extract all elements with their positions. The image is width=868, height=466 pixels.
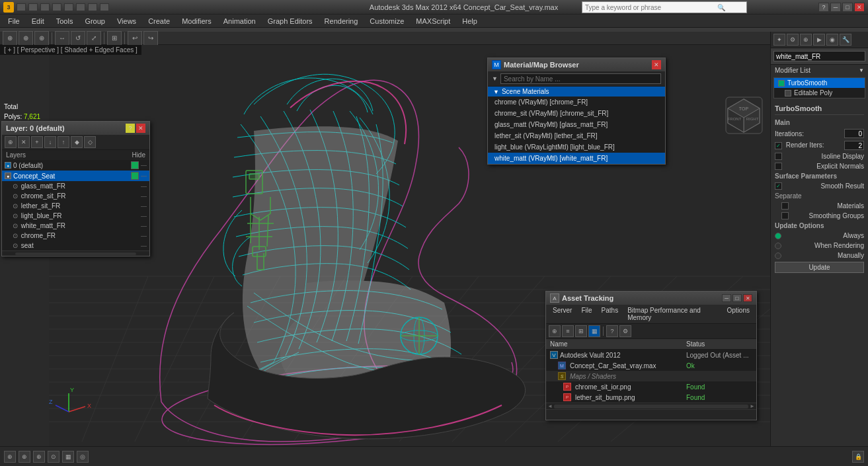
- modifier-turbosmooth[interactable]: TurboSmooth: [774, 78, 865, 88]
- layer-item-glass[interactable]: ⊙ glass_matt_FR —: [2, 181, 149, 191]
- layer-item-seat[interactable]: ⊙ seat —: [2, 241, 149, 251]
- layer-item-chrome-fr[interactable]: ⊙ chrome_FR —: [2, 231, 149, 241]
- title-btn-7[interactable]: [88, 3, 97, 11]
- mat-item-chrome-sit[interactable]: chrome_sit (VRayMtl) [chrome_sit_FR]: [488, 108, 665, 119]
- title-btn-8[interactable]: [100, 3, 109, 11]
- mat-item-glass-matt[interactable]: glass_matt (VRayMtl) [glass_matt_FR]: [488, 119, 665, 130]
- maximize-button[interactable]: □: [842, 3, 853, 12]
- material-search-input[interactable]: [500, 73, 661, 84]
- menu-views[interactable]: Views: [112, 16, 141, 26]
- title-btn-3[interactable]: [40, 3, 50, 11]
- layer-item-light-blue[interactable]: ⊙ light_blue_FR —: [2, 211, 149, 221]
- when-rendering-radio[interactable]: [775, 243, 781, 249]
- tb-icon-2[interactable]: ⊕: [19, 31, 33, 46]
- at-menu-options[interactable]: Options: [723, 306, 754, 322]
- rp-icon-motion[interactable]: ▶: [813, 34, 825, 46]
- at-menu-server[interactable]: Server: [549, 306, 576, 322]
- at-row-vault[interactable]: V Autodesk Vault 2012 Logged Out (Asset …: [546, 350, 756, 360]
- at-row-chrome-png[interactable]: P chrome_sit_ior.png Found: [546, 381, 756, 392]
- at-scrollbar[interactable]: ◄ ►: [546, 403, 756, 409]
- bb-icon-4[interactable]: ⊙: [48, 451, 59, 463]
- at-icon-1[interactable]: ⊕: [549, 325, 561, 337]
- title-btn-1[interactable]: [17, 3, 26, 11]
- menu-maxscript[interactable]: MAXScript: [411, 16, 455, 26]
- layer-item-lether-sit[interactable]: ⊙ lether_sit_FR —: [2, 201, 149, 211]
- tb-move-icon[interactable]: ↔: [55, 31, 69, 46]
- menu-customize[interactable]: Customize: [364, 16, 409, 26]
- lt-icon-3[interactable]: +: [31, 136, 43, 148]
- close-button[interactable]: ✕: [854, 3, 865, 12]
- title-btn-2[interactable]: [28, 3, 38, 11]
- rp-icon-display[interactable]: ◉: [826, 34, 838, 46]
- at-close-button[interactable]: ✕: [743, 294, 752, 302]
- smooth-result-checkbox[interactable]: [775, 182, 782, 190]
- mat-item-white-matt[interactable]: white_matt (VRayMtl) [white_matt_FR]: [488, 153, 665, 164]
- bb-icon-6[interactable]: ◎: [77, 451, 89, 463]
- smoothing-groups-checkbox[interactable]: [781, 212, 789, 219]
- help-icon[interactable]: ?: [818, 3, 829, 12]
- at-maximize-button[interactable]: □: [732, 294, 742, 302]
- navicube[interactable]: TOP RIGHT FRONT: [723, 94, 766, 137]
- tb-rotate-icon[interactable]: ↺: [71, 31, 85, 46]
- iterations-input[interactable]: [844, 129, 864, 138]
- bb-icon-5[interactable]: ▦: [62, 451, 74, 463]
- minimize-button[interactable]: ─: [830, 3, 841, 12]
- lt-icon-1[interactable]: ⊕: [5, 136, 17, 148]
- layer-panel-header[interactable]: Layer: 0 (default) ? ✕: [2, 122, 149, 135]
- tb-icon-3[interactable]: ⊕: [34, 31, 49, 46]
- materials-checkbox[interactable]: [781, 202, 789, 210]
- title-btn-4[interactable]: [52, 3, 61, 11]
- bb-icon-2[interactable]: ⊕: [19, 451, 30, 463]
- lt-icon-4[interactable]: ↓: [44, 136, 56, 148]
- mat-item-light-blue[interactable]: light_blue (VRayLightMtl) [light_blue_FR…: [488, 141, 665, 153]
- scene-materials-header[interactable]: ▼ Scene Materials: [488, 87, 665, 97]
- at-icon-2[interactable]: ≡: [562, 325, 574, 337]
- tb-ref-icon[interactable]: ⊞: [107, 31, 122, 46]
- tb-undo-icon[interactable]: ↩: [128, 31, 142, 46]
- material-browser-header[interactable]: M Material/Map Browser ✕: [488, 58, 665, 71]
- rp-icon-create[interactable]: ✦: [773, 34, 785, 46]
- at-menu-paths[interactable]: Paths: [598, 306, 623, 322]
- rp-icon-hierarchy[interactable]: ⊕: [800, 34, 812, 46]
- layer-scrollbar[interactable]: [2, 251, 149, 256]
- modifier-editable-poly[interactable]: Editable Poly: [774, 88, 865, 98]
- title-btn-5[interactable]: [64, 3, 73, 11]
- rp-icon-utilities[interactable]: 🔧: [840, 34, 851, 46]
- menu-animation[interactable]: Animation: [218, 16, 261, 26]
- layer-item-concept-seat[interactable]: ● Concept_Seat —: [2, 171, 149, 181]
- search-input[interactable]: [585, 4, 717, 11]
- menu-file[interactable]: File: [3, 16, 25, 26]
- title-btn-6[interactable]: [76, 3, 85, 11]
- layer-panel-help-button[interactable]: ?: [126, 124, 135, 133]
- render-iters-input[interactable]: [844, 141, 864, 150]
- modifier-turbosmooth-check[interactable]: [778, 80, 785, 87]
- at-row-max-file[interactable]: M Concept_Car_Seat_vray.max Ok: [546, 360, 756, 371]
- menu-tools[interactable]: Tools: [51, 16, 79, 26]
- at-minimize-button[interactable]: ─: [722, 294, 731, 302]
- at-scroll-left-arrow[interactable]: ◄: [547, 403, 553, 409]
- mat-item-lether-sit[interactable]: lether_sit (VRayMtl) [lether_sit_FR]: [488, 130, 665, 141]
- lt-icon-2[interactable]: ✕: [18, 136, 30, 148]
- menu-graph-editors[interactable]: Graph Editors: [262, 16, 318, 26]
- render-iters-checkbox[interactable]: [775, 142, 782, 149]
- bb-icon-1[interactable]: ⊕: [4, 451, 16, 463]
- tb-icon-1[interactable]: ⊕: [3, 31, 17, 46]
- update-button[interactable]: Update: [775, 262, 864, 273]
- material-browser-close-button[interactable]: ✕: [652, 60, 661, 69]
- menu-edit[interactable]: Edit: [26, 16, 50, 26]
- at-icon-3[interactable]: ⊞: [575, 325, 587, 337]
- tb-redo-icon[interactable]: ↪: [143, 31, 158, 46]
- layer-item-chrome-sit[interactable]: ⊙ chrome_sit_FR —: [2, 191, 149, 201]
- menu-group[interactable]: Group: [79, 16, 110, 26]
- at-row-lether-png[interactable]: P lether_sit_bump.png Found: [546, 392, 756, 403]
- menu-rendering[interactable]: Rendering: [319, 16, 364, 26]
- modifier-editable-poly-check[interactable]: [785, 90, 791, 97]
- material-name-field[interactable]: [773, 51, 865, 61]
- layer-panel-close-button[interactable]: ✕: [136, 124, 145, 133]
- tb-scale-icon[interactable]: ⤢: [87, 31, 101, 46]
- modifier-list-dropdown-icon[interactable]: ▼: [859, 67, 864, 73]
- at-icon-config[interactable]: ⚙: [619, 325, 631, 337]
- bb-icon-lock[interactable]: 🔒: [852, 451, 864, 463]
- at-menu-file[interactable]: File: [577, 306, 596, 322]
- explicit-normals-checkbox[interactable]: [775, 163, 782, 170]
